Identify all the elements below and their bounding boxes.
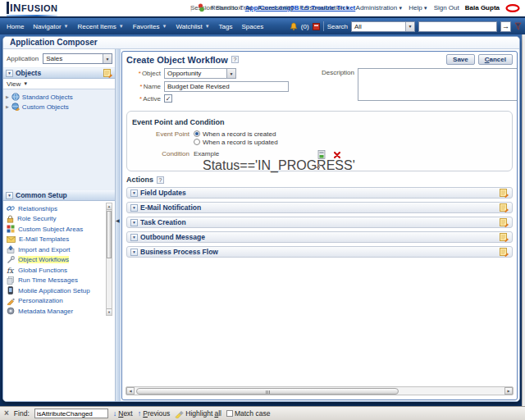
close-icon[interactable]: × xyxy=(4,409,9,418)
application-select[interactable]: Sales ▼ xyxy=(43,53,112,64)
expand-icon[interactable]: ▶ xyxy=(6,94,9,99)
find-next-button[interactable]: ↓ Next xyxy=(113,409,133,418)
expand-icon[interactable]: ▶ xyxy=(6,104,9,109)
logo-stripe xyxy=(7,15,57,16)
setup-item-global-functions[interactable]: fx Global Functions xyxy=(7,265,115,276)
collapse-icon[interactable]: ▼ xyxy=(130,189,138,197)
scroll-right-icon[interactable]: ▶ xyxy=(504,387,513,395)
add-field-update-icon[interactable] xyxy=(500,188,509,198)
new-object-icon[interactable] xyxy=(103,68,112,78)
cancel-button[interactable]: Cancel xyxy=(478,54,513,65)
collapse-icon[interactable]: ▼ xyxy=(6,70,13,77)
create-object-workflow-panel: Create Object Workflow ? Save Cancel *Ob… xyxy=(121,51,518,400)
help-icon[interactable]: ? xyxy=(157,176,164,184)
action-bar-business-process-flow[interactable]: ▼ Business Process Flow xyxy=(126,246,513,258)
help-menu[interactable]: Help▼ xyxy=(409,4,427,11)
sidebar: Application Sales ▼ ▼ Objects xyxy=(3,49,115,402)
administration-menu[interactable]: Administration▼ xyxy=(356,4,404,11)
radio-record-updated[interactable] xyxy=(194,139,200,145)
scrollbar-thumb[interactable] xyxy=(136,388,399,395)
scroll-down-icon[interactable]: ▼ xyxy=(107,308,112,315)
scrollbar-thumb[interactable] xyxy=(107,211,112,258)
collapse-icon[interactable]: ▼ xyxy=(130,219,138,226)
advanced-search-icon[interactable] xyxy=(514,22,522,30)
add-outbound-message-icon[interactable] xyxy=(500,232,509,242)
find-input[interactable] xyxy=(34,409,108,418)
collapse-icon[interactable]: ▼ xyxy=(130,204,138,212)
setup-item-relationships[interactable]: Relationships xyxy=(7,203,115,214)
object-label: Object xyxy=(142,70,161,77)
find-previous-button[interactable]: ↑ Previous xyxy=(138,409,171,418)
match-case-checkbox[interactable]: Match case xyxy=(226,409,270,418)
radio-record-created[interactable] xyxy=(194,130,200,137)
description-textarea[interactable] xyxy=(358,68,518,101)
action-bar-outbound-message[interactable]: ▼ Outbound Message xyxy=(126,231,513,243)
alerts-bell-icon[interactable] xyxy=(290,22,298,31)
setup-item-custom-subject-areas[interactable]: Custom Subject Areas xyxy=(7,224,115,235)
name-input[interactable] xyxy=(164,81,289,92)
checkbox-icon[interactable] xyxy=(226,410,233,417)
required-icon: * xyxy=(140,83,143,90)
add-task-creation-icon[interactable] xyxy=(500,217,509,227)
tree-item-custom-objects[interactable]: ▶ Custom Objects xyxy=(3,102,115,112)
edit-condition-icon[interactable] xyxy=(317,150,326,160)
worklist-icon[interactable] xyxy=(313,22,320,30)
panel-splitter[interactable]: ◀ xyxy=(115,49,121,402)
setup-item-object-workflows[interactable]: Object Workflows xyxy=(7,255,115,266)
add-business-process-flow-icon[interactable] xyxy=(500,247,509,257)
objects-panel-header[interactable]: ▼ Objects xyxy=(3,67,115,79)
personalization-menu[interactable]: Personalization▼ xyxy=(299,4,350,11)
action-bar-email-notification[interactable]: ▼ E-Mail Notification xyxy=(126,202,513,213)
view-menu[interactable]: View ▼ xyxy=(3,79,115,89)
nav-recent-items[interactable]: Recent Items▼ xyxy=(78,23,124,30)
search-go-button[interactable]: → xyxy=(500,21,511,32)
collapse-icon[interactable]: ▼ xyxy=(6,192,13,199)
return-to-trial-link[interactable]: Return to Trial xyxy=(211,4,252,11)
nav-spaces[interactable]: Spaces xyxy=(242,23,264,30)
tree-item-standard-objects[interactable]: ▶ Standard Objects xyxy=(3,92,115,102)
common-setup-panel-header[interactable]: ▼ Common Setup xyxy=(3,189,115,201)
add-email-notification-icon[interactable] xyxy=(500,203,509,212)
nav-home[interactable]: Home xyxy=(7,23,24,30)
collapse-icon[interactable]: ▼ xyxy=(130,249,138,256)
setup-item-role-security[interactable]: Role Security xyxy=(7,214,115,225)
setup-item-metadata-manager[interactable]: Metadata Manager xyxy=(7,306,115,317)
user-name: Bala Gupta xyxy=(465,4,500,11)
accessibility-link[interactable]: Accessibility xyxy=(258,4,294,11)
action-bar-field-updates[interactable]: ▼ Field Updates xyxy=(126,187,513,199)
setup-list-scrollbar[interactable]: ▲ ▼ xyxy=(106,203,112,316)
save-button[interactable]: Save xyxy=(446,54,475,65)
checkmark-icon: ✓ xyxy=(166,95,171,103)
collapse-panel-icon[interactable]: ◀ xyxy=(116,217,120,223)
setup-item-mobile-application-setup[interactable]: Mobile Application Setup xyxy=(7,285,115,296)
search-input[interactable] xyxy=(418,21,497,32)
event-point-condition-section: Event Point and Condition Event Point Wh… xyxy=(126,111,513,171)
highlight-all-button[interactable]: Highlightall xyxy=(175,409,221,418)
scroll-up-icon[interactable]: ▲ xyxy=(107,203,112,210)
common-setup-list: Relationships Role Security xyxy=(3,201,115,317)
action-bar-task-creation[interactable]: ▼ Task Creation xyxy=(126,217,513,228)
scroll-left-icon[interactable]: ◀ xyxy=(126,387,135,395)
sign-out-link[interactable]: Sign Out xyxy=(434,4,459,11)
nav-watchlist[interactable]: Watchlist▼ xyxy=(176,23,210,30)
setup-item-import-and-export[interactable]: Import and Export xyxy=(7,244,115,255)
function-icon: fx xyxy=(7,266,15,274)
sandbox-status-icon xyxy=(198,3,205,12)
nav-favorites[interactable]: Favorites▼ xyxy=(133,23,167,30)
horizontal-scrollbar[interactable]: ◀ ▶ xyxy=(126,386,514,395)
help-icon[interactable]: ? xyxy=(231,56,239,63)
collapse-icon[interactable]: ▼ xyxy=(130,234,138,241)
nav-tags[interactable]: Tags xyxy=(219,23,233,30)
search-scope-select[interactable]: All ▼ xyxy=(351,21,415,32)
object-select[interactable]: Opportunity ▼ xyxy=(164,68,236,79)
chevron-down-icon: ▼ xyxy=(205,24,210,29)
active-checkbox[interactable]: ✓ xyxy=(164,94,172,103)
browser-scrollbar[interactable] xyxy=(522,34,525,406)
resize-grip[interactable] xyxy=(316,167,317,168)
setup-item-personalization[interactable]: Personalization xyxy=(7,296,115,307)
delete-condition-icon[interactable] xyxy=(333,151,341,159)
setup-item-run-time-messages[interactable]: Run Time Messages xyxy=(7,276,115,286)
setup-item-email-templates[interactable]: E-Mail Templates xyxy=(7,235,115,245)
metadata-icon xyxy=(7,307,15,315)
nav-navigator[interactable]: Navigator▼ xyxy=(33,23,68,30)
